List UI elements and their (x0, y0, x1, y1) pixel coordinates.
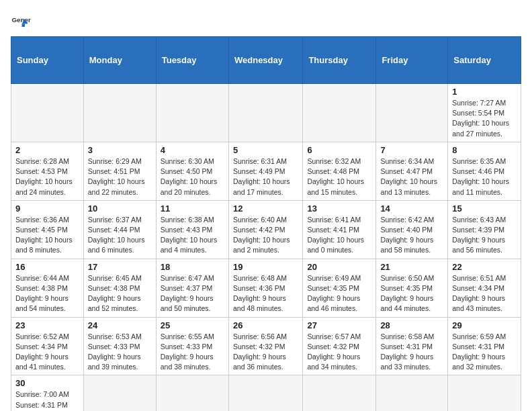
calendar-week-2: 2Sunrise: 6:28 AM Sunset: 4:53 PM Daylig… (11, 142, 521, 200)
day-number: 24 (88, 320, 152, 330)
svg-text:General: General (12, 16, 32, 24)
calendar-cell (156, 375, 228, 411)
day-number: 2 (15, 145, 79, 155)
calendar-cell: 22Sunrise: 6:51 AM Sunset: 4:34 PM Dayli… (448, 259, 521, 317)
svg-rect-2 (22, 24, 26, 28)
calendar-cell (303, 84, 376, 142)
calendar-cell: 5Sunrise: 6:31 AM Sunset: 4:49 PM Daylig… (228, 142, 302, 200)
calendar-week-5: 23Sunrise: 6:52 AM Sunset: 4:34 PM Dayli… (11, 317, 521, 375)
calendar-cell (228, 375, 302, 411)
day-info: Sunrise: 6:58 AM Sunset: 4:31 PM Dayligh… (380, 332, 443, 373)
calendar-header-row: SundayMondayTuesdayWednesdayThursdayFrid… (11, 37, 521, 84)
calendar-cell: 6Sunrise: 6:32 AM Sunset: 4:48 PM Daylig… (303, 142, 376, 200)
calendar-cell: 24Sunrise: 6:53 AM Sunset: 4:33 PM Dayli… (83, 317, 156, 375)
day-info: Sunrise: 6:47 AM Sunset: 4:37 PM Dayligh… (161, 273, 224, 314)
day-info: Sunrise: 6:43 AM Sunset: 4:39 PM Dayligh… (452, 215, 517, 256)
weekday-header-thursday: Thursday (303, 37, 376, 84)
calendar-week-1: 1Sunrise: 7:27 AM Sunset: 5:54 PM Daylig… (11, 84, 521, 142)
day-info: Sunrise: 6:41 AM Sunset: 4:41 PM Dayligh… (307, 215, 371, 256)
calendar-cell: 26Sunrise: 6:56 AM Sunset: 4:32 PM Dayli… (228, 317, 302, 375)
calendar-cell: 15Sunrise: 6:43 AM Sunset: 4:39 PM Dayli… (448, 200, 521, 259)
calendar-cell (83, 375, 156, 411)
day-number: 26 (233, 320, 298, 330)
weekday-header-saturday: Saturday (448, 37, 521, 84)
weekday-header-wednesday: Wednesday (228, 37, 302, 84)
day-number: 11 (161, 203, 224, 214)
day-info: Sunrise: 7:00 AM Sunset: 4:31 PM Dayligh… (15, 390, 79, 411)
calendar-cell: 10Sunrise: 6:37 AM Sunset: 4:44 PM Dayli… (83, 200, 156, 259)
day-info: Sunrise: 7:27 AM Sunset: 5:54 PM Dayligh… (452, 98, 517, 139)
logo: General (11, 11, 34, 31)
day-number: 12 (233, 203, 298, 214)
day-number: 19 (233, 262, 298, 272)
day-info: Sunrise: 6:28 AM Sunset: 4:53 PM Dayligh… (15, 156, 79, 197)
calendar-cell: 3Sunrise: 6:29 AM Sunset: 4:51 PM Daylig… (83, 142, 156, 200)
day-info: Sunrise: 6:40 AM Sunset: 4:42 PM Dayligh… (233, 215, 298, 256)
day-number: 18 (161, 262, 224, 272)
day-info: Sunrise: 6:57 AM Sunset: 4:32 PM Dayligh… (307, 332, 371, 373)
calendar-cell (376, 375, 448, 411)
day-info: Sunrise: 6:53 AM Sunset: 4:33 PM Dayligh… (88, 332, 152, 373)
calendar-cell: 9Sunrise: 6:36 AM Sunset: 4:45 PM Daylig… (11, 200, 84, 259)
weekday-header-monday: Monday (83, 37, 156, 84)
day-number: 23 (15, 320, 79, 330)
day-number: 28 (380, 320, 443, 330)
day-number: 7 (380, 145, 443, 155)
calendar-cell: 29Sunrise: 6:59 AM Sunset: 4:31 PM Dayli… (448, 317, 521, 375)
day-info: Sunrise: 6:48 AM Sunset: 4:36 PM Dayligh… (233, 273, 298, 314)
day-number: 10 (88, 203, 152, 214)
day-info: Sunrise: 6:31 AM Sunset: 4:49 PM Dayligh… (233, 156, 298, 197)
calendar-cell: 13Sunrise: 6:41 AM Sunset: 4:41 PM Dayli… (303, 200, 376, 259)
calendar-cell: 30Sunrise: 7:00 AM Sunset: 4:31 PM Dayli… (11, 375, 84, 411)
calendar-cell: 17Sunrise: 6:45 AM Sunset: 4:38 PM Dayli… (83, 259, 156, 317)
calendar-cell: 7Sunrise: 6:34 AM Sunset: 4:47 PM Daylig… (376, 142, 448, 200)
day-number: 16 (15, 262, 79, 272)
calendar-cell: 28Sunrise: 6:58 AM Sunset: 4:31 PM Dayli… (376, 317, 448, 375)
day-info: Sunrise: 6:38 AM Sunset: 4:43 PM Dayligh… (161, 215, 224, 256)
day-info: Sunrise: 6:36 AM Sunset: 4:45 PM Dayligh… (15, 215, 79, 256)
day-info: Sunrise: 6:42 AM Sunset: 4:40 PM Dayligh… (380, 215, 443, 256)
day-number: 20 (307, 262, 371, 272)
calendar-table: SundayMondayTuesdayWednesdayThursdayFrid… (11, 36, 521, 411)
calendar-cell: 12Sunrise: 6:40 AM Sunset: 4:42 PM Dayli… (228, 200, 302, 259)
weekday-header-sunday: Sunday (11, 37, 84, 84)
calendar-cell: 19Sunrise: 6:48 AM Sunset: 4:36 PM Dayli… (228, 259, 302, 317)
logo-icon: General (11, 11, 31, 31)
calendar-week-4: 16Sunrise: 6:44 AM Sunset: 4:38 PM Dayli… (11, 259, 521, 317)
day-number: 15 (452, 203, 517, 214)
day-info: Sunrise: 6:44 AM Sunset: 4:38 PM Dayligh… (15, 273, 79, 314)
calendar-cell (448, 375, 521, 411)
day-info: Sunrise: 6:45 AM Sunset: 4:38 PM Dayligh… (88, 273, 152, 314)
day-number: 30 (15, 378, 79, 388)
day-info: Sunrise: 6:50 AM Sunset: 4:35 PM Dayligh… (380, 273, 443, 314)
calendar-cell: 11Sunrise: 6:38 AM Sunset: 4:43 PM Dayli… (156, 200, 228, 259)
calendar-cell (83, 84, 156, 142)
calendar-cell: 16Sunrise: 6:44 AM Sunset: 4:38 PM Dayli… (11, 259, 84, 317)
day-number: 13 (307, 203, 371, 214)
day-number: 4 (161, 145, 224, 155)
calendar-week-3: 9Sunrise: 6:36 AM Sunset: 4:45 PM Daylig… (11, 200, 521, 259)
calendar-cell: 18Sunrise: 6:47 AM Sunset: 4:37 PM Dayli… (156, 259, 228, 317)
day-number: 21 (380, 262, 443, 272)
day-number: 5 (233, 145, 298, 155)
calendar-week-6: 30Sunrise: 7:00 AM Sunset: 4:31 PM Dayli… (11, 375, 521, 411)
weekday-header-tuesday: Tuesday (156, 37, 228, 84)
day-number: 25 (161, 320, 224, 330)
calendar-cell: 23Sunrise: 6:52 AM Sunset: 4:34 PM Dayli… (11, 317, 84, 375)
day-info: Sunrise: 6:30 AM Sunset: 4:50 PM Dayligh… (161, 156, 224, 197)
calendar-cell: 1Sunrise: 7:27 AM Sunset: 5:54 PM Daylig… (448, 84, 521, 142)
day-info: Sunrise: 6:37 AM Sunset: 4:44 PM Dayligh… (88, 215, 152, 256)
day-info: Sunrise: 6:49 AM Sunset: 4:35 PM Dayligh… (307, 273, 371, 314)
calendar-cell (303, 375, 376, 411)
day-info: Sunrise: 6:56 AM Sunset: 4:32 PM Dayligh… (233, 332, 298, 373)
day-number: 1 (452, 87, 517, 97)
calendar-cell: 21Sunrise: 6:50 AM Sunset: 4:35 PM Dayli… (376, 259, 448, 317)
day-number: 14 (380, 203, 443, 214)
page-header: General (11, 11, 521, 31)
day-info: Sunrise: 6:32 AM Sunset: 4:48 PM Dayligh… (307, 156, 371, 197)
day-number: 9 (15, 203, 79, 214)
day-number: 22 (452, 262, 517, 272)
calendar-cell: 20Sunrise: 6:49 AM Sunset: 4:35 PM Dayli… (303, 259, 376, 317)
calendar-cell (156, 84, 228, 142)
calendar-cell (376, 84, 448, 142)
